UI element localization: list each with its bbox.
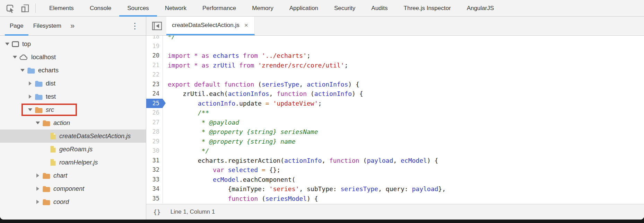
device-toolbar-icon[interactable] (20, 3, 31, 14)
chevron-right-icon[interactable] (35, 200, 41, 204)
panel-tab-sources[interactable]: Sources (119, 0, 157, 16)
line-number[interactable]: 20 (146, 51, 163, 61)
more-tabs-icon[interactable]: » (66, 17, 79, 35)
code-text[interactable]: export default function (seriesType, act… (163, 80, 644, 89)
line-number[interactable]: 21 (146, 61, 163, 70)
close-tab-icon[interactable]: × (244, 21, 249, 29)
panel-tab-audits[interactable]: Audits (363, 0, 395, 16)
tree-item-createdataselectaction-js[interactable]: createDataSelectAction.js (0, 130, 146, 143)
navigator-tab-page[interactable]: Page (5, 17, 28, 35)
file-icon (50, 159, 56, 166)
tree-item-localhost[interactable]: localhost (0, 51, 146, 64)
tree-item-label: createDataSelectAction.js (59, 133, 131, 140)
source-code-viewer[interactable]: 18*/1920import * as echarts from '../ech… (146, 36, 644, 204)
line-number[interactable]: 35 (146, 194, 163, 204)
tree-item-georoam-js[interactable]: geoRoam.js (0, 143, 146, 156)
line-number[interactable]: 24 (146, 89, 163, 99)
line-number[interactable]: 27 (146, 118, 163, 127)
code-text[interactable]: echarts.registerAction(actionInfo, funct… (163, 156, 644, 166)
panel-tab-memory[interactable]: Memory (244, 0, 281, 16)
editor-tabbar: createDataSelectAction.js × (146, 17, 644, 36)
folder-blue-icon (35, 93, 43, 100)
code-text[interactable]: {mainType: 'series', subType: seriesType… (163, 184, 644, 194)
line-number[interactable]: 19 (146, 42, 163, 51)
line-number[interactable]: 31 (146, 156, 163, 166)
navigator-tab-filesystem[interactable]: Filesystem (28, 17, 66, 35)
chevron-right-icon[interactable] (27, 95, 33, 99)
tree-item-label: src (46, 106, 54, 114)
code-text[interactable]: import * as zrUtil from 'zrender/src/cor… (163, 61, 644, 70)
overflow-menu-icon[interactable]: ⋮ (126, 17, 144, 35)
panel-tab-three-js-inspector[interactable]: Three.js Inspector (396, 0, 459, 16)
tree-item-test[interactable]: test (0, 90, 146, 103)
code-text[interactable]: * @payload (163, 118, 644, 127)
tree-item-echarts[interactable]: echarts (0, 64, 146, 77)
panel-tab-elements[interactable]: Elements (41, 0, 82, 16)
chevron-down-icon[interactable] (4, 43, 10, 45)
chevron-right-icon[interactable] (27, 81, 33, 86)
panel-tab-angularjs[interactable]: AngularJS (459, 0, 502, 16)
toolbar-separator (35, 3, 36, 13)
line-number[interactable]: 28 (146, 127, 163, 137)
inspect-element-icon[interactable] (5, 3, 15, 14)
tree-item-action[interactable]: action (0, 116, 146, 130)
code-text[interactable]: * @property {string} name (163, 137, 644, 146)
code-line-27: 27 * @payload (146, 118, 644, 127)
panel-tab-console[interactable]: Console (82, 0, 119, 16)
line-number[interactable]: 22 (146, 70, 163, 80)
pretty-print-icon[interactable]: {} (153, 208, 161, 216)
panel-tab-network[interactable]: Network (157, 0, 194, 16)
editor-tab-createdataselectaction[interactable]: createDataSelectAction.js × (166, 17, 255, 35)
code-text[interactable]: */ (163, 146, 644, 156)
code-text[interactable]: * @property {string} seriesName (163, 127, 644, 137)
chevron-right-icon[interactable] (35, 187, 41, 191)
line-number[interactable]: 18 (146, 36, 163, 42)
line-number[interactable]: 34 (146, 184, 163, 194)
line-number[interactable]: 30 (146, 146, 163, 156)
chevron-down-icon[interactable] (12, 56, 18, 59)
line-number[interactable]: 26 (146, 108, 163, 118)
tree-item-dist[interactable]: dist (0, 77, 146, 90)
panel-tab-security[interactable]: Security (326, 0, 363, 16)
code-line-23: 23export default function (seriesType, a… (146, 80, 644, 89)
line-number[interactable]: 23 (146, 80, 163, 89)
code-text[interactable]: import * as echarts from '../echarts'; (163, 51, 644, 61)
code-text[interactable]: function (seriesModel) { (163, 194, 644, 204)
tree-item-top[interactable]: top (0, 37, 146, 51)
code-text[interactable]: var selected = {}; (163, 165, 644, 175)
execution-line-marker[interactable]: 25 (146, 99, 163, 108)
tree-item-label: localhost (31, 54, 56, 61)
code-text[interactable]: ecModel.eachComponent( (163, 175, 644, 185)
code-line-32: 32 var selected = {}; (146, 165, 644, 175)
tree-item-roamhelper-js[interactable]: roamHelper.js (0, 156, 146, 169)
folder-orange-icon (42, 186, 50, 192)
code-text[interactable]: actionInfo.update = 'updateView'; (163, 99, 644, 108)
sources-navigator: Page Filesystem » ⋮ toplocalhostechartsd… (0, 17, 146, 220)
line-number[interactable]: 33 (146, 175, 163, 185)
tree-item-component[interactable]: component (0, 182, 146, 195)
code-text[interactable]: /** (163, 108, 644, 118)
line-number[interactable]: 29 (146, 137, 163, 146)
folder-orange-icon (42, 120, 50, 126)
code-line-30: 30 */ (146, 146, 644, 156)
chevron-right-icon[interactable] (35, 173, 41, 178)
file-icon (50, 145, 56, 153)
tree-item-src[interactable]: src (0, 103, 146, 116)
code-text[interactable]: */ (163, 36, 644, 42)
chevron-down-icon[interactable] (19, 69, 26, 72)
panel-tabs: ElementsConsoleSourcesNetworkPerformance… (41, 0, 502, 16)
panel-tab-application[interactable]: Application (281, 0, 326, 16)
code-text[interactable] (163, 70, 644, 80)
chevron-down-icon[interactable] (27, 108, 33, 111)
code-text[interactable] (163, 42, 644, 51)
code-line-18: 18*/ (146, 36, 644, 42)
code-line-34: 34 {mainType: 'series', subType: seriesT… (146, 184, 644, 194)
line-number[interactable]: 32 (146, 165, 163, 175)
hide-navigator-icon[interactable] (146, 17, 166, 35)
tree-item-coord[interactable]: coord (0, 195, 146, 208)
tree-item-chart[interactable]: chart (0, 169, 146, 182)
chevron-down-icon[interactable] (35, 122, 41, 124)
panel-tab-performance[interactable]: Performance (194, 0, 244, 16)
code-text[interactable]: zrUtil.each(actionInfos, function (actio… (163, 89, 644, 99)
cursor-position-label: Line 1, Column 1 (171, 208, 215, 215)
